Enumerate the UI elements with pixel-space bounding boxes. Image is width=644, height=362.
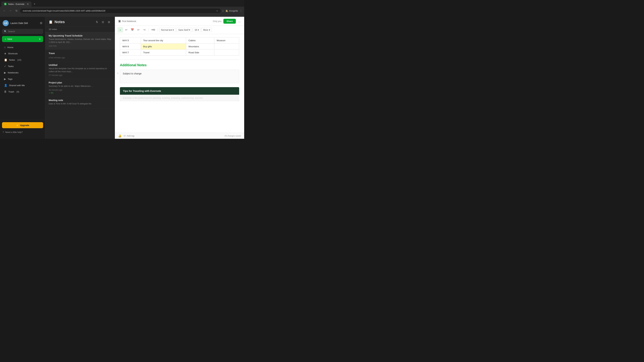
refresh-button[interactable]: ↻ [14,8,19,13]
new-button[interactable]: + New ▾ [2,36,43,42]
notes-panel: 📋 Notes ⇅ ⊟ ⊞ 10 notes My Upcoming Trave… [45,17,115,139]
share-button[interactable]: Share [224,19,236,24]
table-cell-activity: Travel [141,50,186,56]
text-style-dropdown[interactable]: Normal text ▾ [159,28,176,32]
table-cell-place: Mountains [186,43,214,50]
home-icon: ⌂ [4,46,6,49]
note-item-project[interactable]: Project plan Summary To be able to etc. … [45,79,115,96]
tab-title: Notes - Evernote [8,3,24,5]
note-item-title: Trave [49,52,111,55]
ai-button[interactable]: ✦ AI [150,27,156,32]
sidebar-item-shared[interactable]: 👤 Shared with Me [1,82,44,88]
sidebar-item-trash[interactable]: 🗑 Trash (9) [1,89,44,95]
browser-navigation: ← → ↻ evernote.com/client/web?login=true… [0,7,244,15]
sidebar-item-tasks[interactable]: ✓ Tasks [1,63,44,69]
redo-button[interactable]: ↪ [142,27,147,32]
undo-button[interactable]: ↩ [136,27,141,32]
note-item-preview: Travel destinations: Alaska, America, De… [49,38,111,44]
help-button[interactable]: ? Need a little help? [2,130,43,135]
sidebar-item-label: Tags [8,78,12,80]
table-row: MAY:6 Buy gifts Mountains [120,43,239,50]
table-cell-extra [214,50,239,56]
address-bar[interactable]: evernote.com/client/web?login=true#/note… [20,8,221,13]
note-item-meeting[interactable]: Meeting note Date & Time 8 AM- 9 AM Goal… [45,96,115,109]
extension-icon[interactable]: □ [222,9,224,12]
back-button[interactable]: ← [2,8,7,13]
table-cell-extra: Museum [214,37,239,43]
note-item-travel[interactable]: My Upcoming Travel Schedule Travel desti… [45,32,115,50]
more-toolbar-button[interactable]: More ▾ [202,28,212,32]
editor-panel: 📓 First Notebook Only you Share … + ↩ 📅 … [115,17,244,139]
travel-table: MAY:5 Tour around the city Cabins Museum… [120,37,239,56]
app-layout: LD Lauren Dale Deli ⚙ 🔍 Search + New ▾ ⌂… [0,17,244,139]
sidebar-item-notebooks[interactable]: ▶ Notebooks [1,69,44,76]
table-row: MAY:5 Tour around the city Cabins Museum [120,37,239,43]
new-dropdown-icon[interactable]: ▾ [39,38,40,40]
tab-close-button[interactable]: ✕ [27,2,29,6]
note-item-trave[interactable]: Trave a few minutes ago [45,50,115,61]
plus-toolbar-button[interactable]: + [118,27,123,32]
editor-header: 📓 First Notebook Only you Share … [115,17,244,26]
notes-toolbar: ⇅ ⊟ ⊞ [94,19,111,24]
settings-icon[interactable]: ⚙ [40,21,42,25]
active-tab[interactable]: 🐘 Notes - Evernote ✕ [1,1,32,7]
upgrade-label: Upgrade [20,124,29,126]
alert-icon[interactable]: 🔔 [118,134,122,137]
notes-icon: 📋 [4,58,8,61]
sidebar-header: LD Lauren Dale Deli ⚙ [0,19,45,29]
trash-count-badge: (9) [16,90,19,93]
notes-count: 10 notes [45,27,115,32]
notebook-breadcrumb[interactable]: 📓 First Notebook [118,20,136,22]
editor-more-button[interactable]: … [238,19,241,23]
star-icon[interactable]: ☆ [216,9,218,12]
sidebar-item-shortcuts[interactable]: ★ Shortcuts [1,50,44,57]
font-family-dropdown[interactable]: Sans Serif ▾ [176,28,192,32]
notebooks-icon: ▶ [4,71,6,74]
history-back-button[interactable]: ↩ [124,27,129,32]
sidebar-item-label: Shortcuts [8,52,18,55]
notes-panel-title: Notes [54,20,92,24]
sidebar-item-label: Notebooks [8,71,18,74]
search-label: Search [8,30,15,33]
browser-nav-right: □ 🕵 Incognito ⋮ [222,9,242,12]
filter-button[interactable]: ⊟ [100,19,105,24]
tag-icon: 🏷 [124,135,126,137]
sidebar-item-label: Home [8,46,14,49]
note-item-time: 34 minutes ago [49,89,111,91]
help-label: Need a little help? [5,131,23,133]
table-cell-place: Road Side [186,50,214,56]
add-tag-label: Add tag [127,135,134,137]
note-item-preview: Date & Time 8 AM- 9 AM Goal To delegate … [49,102,111,105]
add-tag-button[interactable]: 🏷 Add tag [124,135,134,137]
note-item-untitled[interactable]: Untitled About this template Use this te… [45,61,115,79]
upgrade-button[interactable]: ⚡ Upgrade [2,122,43,128]
forward-button[interactable]: → [8,8,13,13]
new-tab-button[interactable]: + [32,2,37,6]
browser-more-icon[interactable]: ⋮ [240,9,242,12]
block-drag-handle[interactable]: ⠿ [117,72,118,75]
sort-button[interactable]: ⇅ [94,19,99,24]
table-cell-day: MAY:5 [120,37,141,43]
table-cell-activity: Tour around the city [141,37,186,43]
tab-favicon: 🐘 [4,3,7,5]
note-item-preview: Summary To be able to etc. Major Milesto… [49,85,111,88]
text-block[interactable]: ⠿ Subject to change [120,70,239,83]
shortcuts-icon: ★ [4,52,6,55]
help-icon: ? [3,131,4,133]
sidebar-nav: ⌂ Home ★ Shortcuts 📋 Notes (10) ✓ Tasks … [0,44,45,120]
calendar-toolbar-button[interactable]: 📅 [130,27,135,32]
view-button[interactable]: ⊞ [106,19,111,24]
font-size-dropdown[interactable]: 16 ▾ [193,28,200,32]
search-button[interactable]: 🔍 Search [2,29,43,34]
table-row: MAY:7 Travel Road Side [120,50,239,56]
sidebar-item-home[interactable]: ⌂ Home [1,44,44,50]
browser-tabs-bar: 🐘 Notes - Evernote ✕ + [0,0,244,7]
sidebar-item-label: Trash [8,90,14,93]
task-badge: ✓ 0/1 [49,92,53,94]
editor-content[interactable]: MAY:5 Tour around the city Cabins Museum… [115,34,244,133]
sidebar-item-tags[interactable]: ▶ Tags [1,76,44,82]
sidebar: LD Lauren Dale Deli ⚙ 🔍 Search + New ▾ ⌂… [0,17,45,139]
notebook-label: First Notebook [122,20,136,22]
sidebar-item-notes[interactable]: 📋 Notes (10) [1,57,44,63]
text-block-content: Subject to change [123,72,142,75]
